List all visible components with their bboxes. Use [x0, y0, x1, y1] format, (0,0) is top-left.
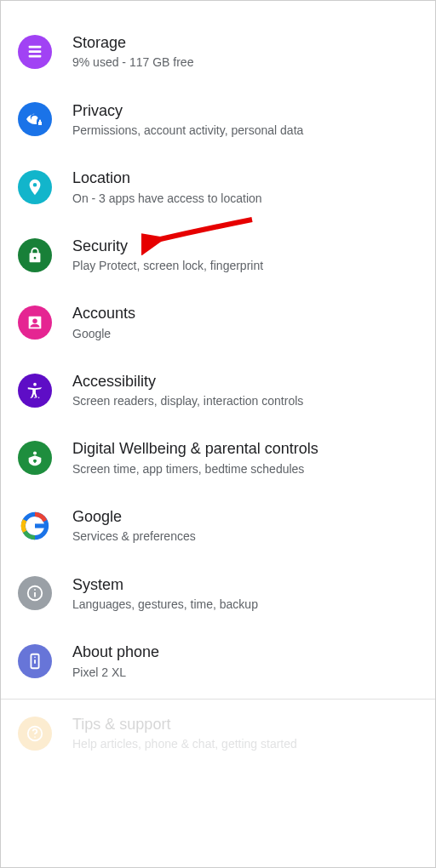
- svg-point-6: [33, 383, 37, 386]
- settings-item-google[interactable]: Google Services & preferences: [1, 492, 435, 560]
- item-title: Location: [72, 168, 262, 188]
- svg-rect-12: [35, 523, 47, 528]
- item-title: Privacy: [72, 101, 303, 121]
- item-title: Tips & support: [72, 715, 297, 734]
- item-subtitle: Play Protect, screen lock, fingerprint: [72, 258, 263, 273]
- google-g-icon: [18, 509, 52, 543]
- settings-item-security[interactable]: Security Play Protect, screen lock, fing…: [1, 221, 435, 289]
- settings-item-tips[interactable]: Tips & support Help articles, phone & ch…: [1, 700, 435, 768]
- settings-list: Storage 9% used - 117 GB free Privacy Pe…: [1, 1, 435, 767]
- lock-icon: [18, 238, 52, 272]
- heart-badge-icon: [18, 441, 52, 475]
- item-subtitle: Permissions, account activity, personal …: [72, 123, 303, 138]
- svg-point-4: [30, 50, 32, 52]
- item-title: Accounts: [72, 304, 135, 323]
- svg-point-5: [30, 55, 32, 57]
- help-icon: [18, 717, 52, 751]
- item-title: Storage: [72, 33, 193, 53]
- account-box-icon: [18, 306, 52, 340]
- item-subtitle: Services & preferences: [72, 528, 196, 544]
- svg-point-20: [34, 736, 36, 738]
- svg-point-3: [30, 46, 32, 48]
- svg-point-18: [34, 657, 36, 659]
- item-subtitle: Languages, gestures, time, backup: [72, 597, 258, 612]
- accessibility-icon: [18, 374, 52, 408]
- info-icon: [18, 576, 52, 610]
- item-title: Digital Wellbeing & parental controls: [72, 439, 318, 459]
- svg-point-7: [31, 397, 32, 397]
- svg-point-9: [38, 397, 39, 397]
- item-title: System: [72, 575, 258, 595]
- item-title: Accessibility: [72, 372, 303, 391]
- svg-point-10: [33, 452, 37, 455]
- item-title: About phone: [72, 642, 159, 662]
- item-subtitle: Pixel 2 XL: [72, 665, 159, 680]
- item-subtitle: Screen readers, display, interaction con…: [72, 393, 303, 408]
- item-subtitle: 9% used - 117 GB free: [72, 54, 193, 70]
- settings-item-accessibility[interactable]: Accessibility Screen readers, display, i…: [1, 357, 435, 425]
- location-pin-icon: [18, 170, 52, 204]
- settings-item-wellbeing[interactable]: Digital Wellbeing & parental controls Sc…: [1, 424, 435, 492]
- storage-icon: [18, 35, 52, 69]
- svg-point-8: [34, 397, 35, 397]
- settings-item-accounts[interactable]: Accounts Google: [1, 288, 435, 357]
- item-subtitle: Screen time, app timers, bedtime schedul…: [72, 461, 318, 477]
- settings-item-location[interactable]: Location On - 3 apps have access to loca…: [1, 153, 435, 221]
- settings-item-about[interactable]: About phone Pixel 2 XL: [1, 627, 435, 695]
- item-subtitle: Help articles, phone & chat, getting sta…: [72, 736, 297, 751]
- item-subtitle: On - 3 apps have access to location: [72, 191, 262, 206]
- eye-lock-icon: [18, 102, 52, 136]
- phone-info-icon: [18, 644, 52, 678]
- svg-point-15: [34, 589, 36, 591]
- settings-item-system[interactable]: System Languages, gestures, time, backup: [1, 560, 435, 628]
- settings-item-privacy[interactable]: Privacy Permissions, account activity, p…: [1, 86, 435, 154]
- item-title: Google: [72, 507, 196, 527]
- settings-item-storage[interactable]: Storage 9% used - 117 GB free: [1, 18, 435, 86]
- item-title: Security: [72, 237, 263, 256]
- item-subtitle: Google: [72, 326, 135, 341]
